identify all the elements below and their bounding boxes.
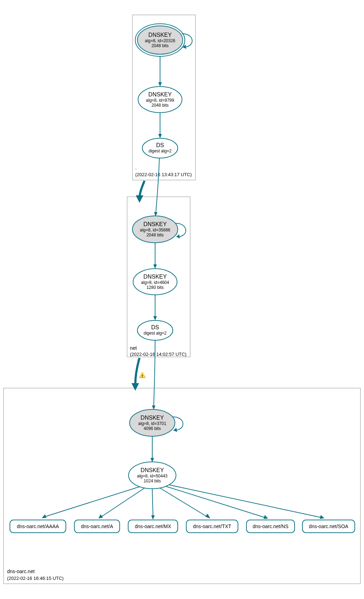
record-a[interactable]: dns-oarc.net/A (74, 520, 120, 533)
svg-marker-62 (151, 515, 155, 520)
svg-marker-34 (132, 384, 138, 390)
svg-text:alg=8, id=3701: alg=8, id=3701 (138, 421, 166, 426)
svg-text:!: ! (142, 374, 143, 378)
edge-net-to-leaf-deleg (135, 358, 140, 386)
svg-text:DNSKEY: DNSKEY (141, 415, 164, 421)
svg-point-30 (137, 320, 173, 340)
edges-leaf-zsk-to-records (42, 485, 324, 520)
svg-text:alg=8, id=4604: alg=8, id=4604 (141, 280, 169, 285)
svg-text:DS: DS (156, 142, 164, 148)
node-root-ds[interactable]: DS digest alg=2 (142, 138, 178, 158)
zone-root-label: . (135, 165, 137, 170)
node-net-ksk[interactable]: DNSKEY alg=8, id=35886 2048 bits (132, 216, 178, 243)
svg-marker-42 (174, 428, 177, 432)
svg-text:DNSKEY: DNSKEY (143, 274, 167, 280)
node-leaf-ksk[interactable]: DNSKEY alg=8, id=3701 4096 bits (130, 409, 175, 436)
record-txt[interactable]: dns-oarc.net/TXT (186, 520, 238, 533)
svg-text:dns-oarc.net/SOA: dns-oarc.net/SOA (309, 524, 348, 529)
zone-root-ts: (2022-02-16 13:43:17 UTC) (135, 172, 192, 177)
record-aaaa[interactable]: dns-oarc.net/AAAA (10, 520, 66, 533)
svg-marker-65 (320, 515, 324, 519)
svg-text:2048 bits: 2048 bits (152, 103, 169, 108)
svg-text:DNSKEY: DNSKEY (141, 467, 164, 473)
svg-point-13 (142, 138, 178, 158)
svg-marker-24 (153, 264, 157, 269)
svg-text:2048 bits: 2048 bits (152, 43, 169, 48)
svg-text:dns-oarc.net/A: dns-oarc.net/A (81, 524, 113, 529)
svg-text:2048 bits: 2048 bits (147, 233, 164, 237)
svg-text:4096 bits: 4096 bits (144, 426, 161, 431)
node-root-zsk[interactable]: DNSKEY alg=8, id=9799 2048 bits (138, 86, 182, 113)
svg-text:1280 bits: 1280 bits (147, 285, 164, 290)
svg-marker-60 (42, 514, 46, 518)
edge-root-ds-to-net-ksk (156, 158, 159, 213)
node-net-zsk[interactable]: DNSKEY alg=8, id=4604 1280 bits (133, 269, 177, 295)
record-mx[interactable]: dns-oarc.net/MX (128, 520, 178, 533)
svg-text:DNSKEY: DNSKEY (148, 32, 172, 38)
svg-marker-23 (176, 234, 180, 239)
zone-leaf-label: dns-oarc.net (7, 569, 35, 574)
svg-rect-33 (4, 388, 360, 584)
record-ns[interactable]: dns-oarc.net/NS (246, 520, 295, 533)
node-root-ksk[interactable]: DNSKEY alg=8, id=20326 2048 bits (135, 24, 185, 56)
svg-marker-29 (153, 316, 157, 320)
svg-text:dns-oarc.net/MX: dns-oarc.net/MX (135, 524, 171, 529)
svg-text:dns-oarc.net/AAAA: dns-oarc.net/AAAA (17, 524, 59, 529)
svg-marker-7 (158, 82, 162, 86)
svg-text:DNSKEY: DNSKEY (148, 91, 172, 97)
svg-marker-63 (205, 514, 210, 519)
edge-net-ds-to-leaf-ksk (154, 340, 155, 406)
svg-text:alg=8, id=50443: alg=8, id=50443 (137, 474, 167, 478)
zone-net-label: net (130, 345, 137, 351)
svg-text:alg=8, id=9799: alg=8, id=9799 (146, 98, 174, 103)
svg-text:dns-oarc.net/NS: dns-oarc.net/NS (252, 524, 288, 529)
record-soa[interactable]: dns-oarc.net/SOA (302, 520, 355, 533)
svg-text:DS: DS (151, 324, 159, 330)
svg-text:digest alg=2: digest alg=2 (143, 331, 166, 336)
svg-text:digest alg=2: digest alg=2 (148, 149, 171, 153)
svg-text:alg=8, id=35886: alg=8, id=35886 (140, 228, 170, 233)
node-net-ds[interactable]: DS digest alg=2 (137, 320, 173, 340)
svg-marker-12 (158, 134, 162, 138)
zone-leaf-ts: (2022-02-16 16:46:15 UTC) (7, 576, 64, 581)
svg-text:dns-oarc.net/TXT: dns-oarc.net/TXT (193, 524, 232, 529)
zone-net-ts: (2022-02-16 14:02:57 UTC) (130, 352, 187, 357)
svg-text:alg=8, id=20326: alg=8, id=20326 (145, 38, 175, 43)
warning-icon: ! (139, 372, 146, 378)
svg-text:DNSKEY: DNSKEY (143, 221, 167, 227)
svg-marker-17 (136, 196, 143, 202)
zone-leaf: dns-oarc.net (2022-02-16 16:46:15 UTC) (4, 388, 360, 584)
svg-text:1024 bits: 1024 bits (144, 478, 161, 483)
node-leaf-zsk[interactable]: DNSKEY alg=8, id=50443 1024 bits (129, 462, 176, 489)
